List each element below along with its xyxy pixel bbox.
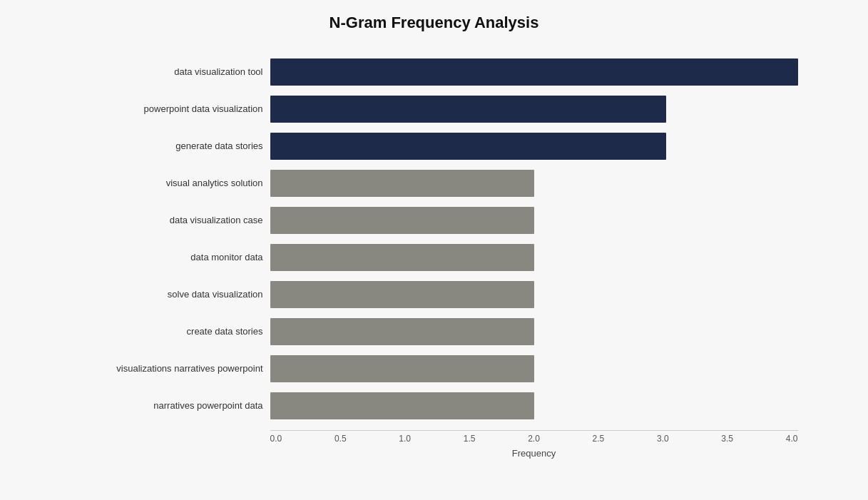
bar-fill xyxy=(270,170,534,197)
bar-row: solve data visualization xyxy=(71,276,798,313)
bar-row: visualizations narratives powerpoint xyxy=(71,350,798,387)
bar-track xyxy=(270,207,798,234)
bar-track xyxy=(270,355,798,382)
x-axis-ticks: 0.00.51.01.52.02.53.03.54.0 xyxy=(270,434,798,444)
tick-label: 1.5 xyxy=(464,434,476,444)
bar-fill xyxy=(270,96,666,123)
bar-fill xyxy=(270,318,534,345)
bar-row: data monitor data xyxy=(71,239,798,276)
bar-fill xyxy=(270,58,798,86)
bar-label: data monitor data xyxy=(71,252,270,262)
bar-row: create data stories xyxy=(71,313,798,350)
bar-row: data visualization case xyxy=(71,202,798,239)
bar-label: narratives powerpoint data xyxy=(71,400,270,411)
tick-label: 0.0 xyxy=(270,434,282,444)
bar-label: visualizations narratives powerpoint xyxy=(71,363,270,374)
bar-track xyxy=(270,133,798,160)
bar-track xyxy=(270,318,798,345)
bar-fill xyxy=(270,244,534,271)
bar-row: data visualization tool xyxy=(71,53,798,91)
bar-label: generate data stories xyxy=(71,141,270,151)
bar-label: data visualization case xyxy=(71,215,270,225)
tick-label: 3.5 xyxy=(721,434,733,444)
bar-row: generate data stories xyxy=(71,128,798,165)
bar-label: visual analytics solution xyxy=(71,178,270,188)
bar-track xyxy=(270,170,798,197)
x-axis-line xyxy=(270,430,798,431)
tick-label: 2.0 xyxy=(528,434,540,444)
tick-label: 0.5 xyxy=(335,434,347,444)
bar-label: powerpoint data visualization xyxy=(71,103,270,114)
bar-track xyxy=(270,392,798,419)
bar-row: visual analytics solution xyxy=(71,165,798,202)
tick-label: 1.0 xyxy=(399,434,411,444)
bar-row: powerpoint data visualization xyxy=(71,91,798,128)
bar-fill xyxy=(270,392,534,419)
x-axis-title: Frequency xyxy=(270,448,798,459)
bar-row: narratives powerpoint data xyxy=(71,387,798,424)
bar-track xyxy=(270,58,798,86)
chart-title: N-Gram Frequency Analysis xyxy=(71,14,798,32)
bar-label: create data stories xyxy=(71,326,270,337)
bar-label: solve data visualization xyxy=(71,289,270,300)
bar-track xyxy=(270,281,798,308)
x-axis-area: 0.00.51.01.52.02.53.03.54.0 Frequency xyxy=(270,430,798,459)
bar-fill xyxy=(270,281,534,308)
bar-fill xyxy=(270,133,666,160)
bar-fill xyxy=(270,355,534,382)
bar-track xyxy=(270,96,798,123)
bar-fill xyxy=(270,207,534,234)
bar-track xyxy=(270,244,798,271)
bar-label: data visualization tool xyxy=(71,66,270,77)
tick-label: 2.5 xyxy=(593,434,605,444)
tick-label: 3.0 xyxy=(657,434,669,444)
tick-label: 4.0 xyxy=(786,434,798,444)
chart-area: data visualization toolpowerpoint data v… xyxy=(71,53,798,424)
chart-container: N-Gram Frequency Analysis data visualiza… xyxy=(42,0,827,500)
